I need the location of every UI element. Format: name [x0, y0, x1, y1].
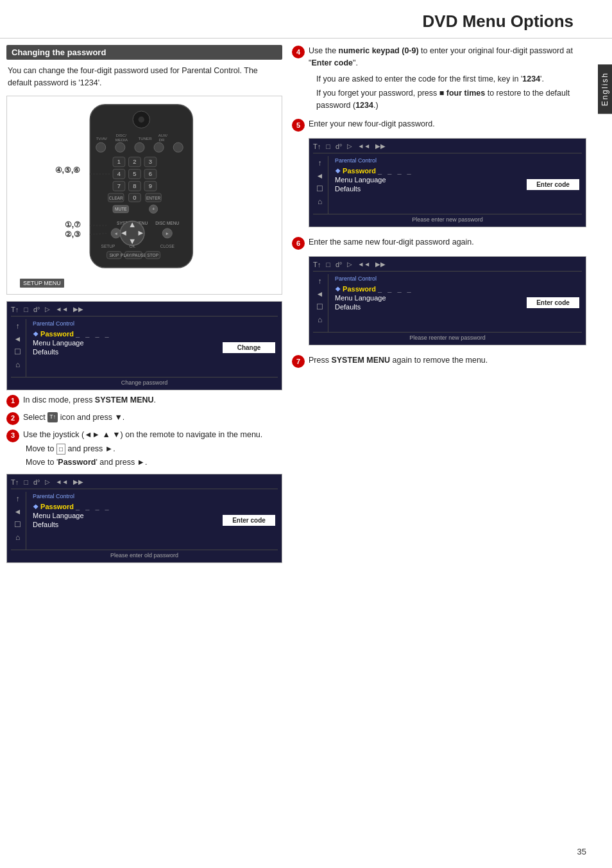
- setup-screen-reenter-password: T↑ □ d° ▷ ◄◄ ▶▶ ↑ ◄ ☐ ⌂ Parental Contro: [309, 256, 586, 345]
- svg-text:OK: OK: [129, 243, 135, 248]
- svg-rect-0: [90, 104, 192, 267]
- svg-text:8: 8: [133, 182, 136, 189]
- step-num-2: 2: [6, 412, 19, 425]
- svg-text:①,⑦: ①,⑦: [65, 220, 81, 229]
- svg-text:④,⑤,⑥: ④,⑤,⑥: [55, 166, 81, 175]
- svg-text:DISC/: DISC/: [116, 132, 127, 137]
- svg-text:SKIP: SKIP: [109, 253, 119, 257]
- step-6-content: Enter the same new four-digit password a…: [309, 236, 586, 248]
- svg-text:5: 5: [133, 169, 136, 177]
- step-num-7: 7: [292, 355, 305, 368]
- svg-text:7: 7: [117, 182, 121, 189]
- step-1: 1 In disc mode, press SYSTEM MENU.: [6, 394, 282, 408]
- svg-point-12: [154, 143, 164, 152]
- svg-text:TUNER: TUNER: [139, 136, 153, 141]
- step-2: 2 Select T↑ icon and press ▼.: [6, 412, 282, 425]
- step-6: 6 Enter the same new four-digit password…: [292, 236, 586, 250]
- svg-text:CLOSE: CLOSE: [160, 243, 175, 248]
- step-4: 4 Use the numeric keypad (0-9) to enter …: [292, 45, 586, 112]
- svg-text:PLAY/PAUSE: PLAY/PAUSE: [121, 253, 147, 257]
- step-3: 3 Use the joystick (◄► ▲ ▼) on the remot…: [6, 429, 282, 470]
- svg-text:2: 2: [133, 158, 136, 165]
- svg-text:6: 6: [149, 169, 152, 177]
- step-1-text: In disc mode, press SYSTEM MENU.: [23, 394, 282, 406]
- step-num-1: 1: [6, 395, 19, 408]
- language-tab: English: [598, 64, 612, 114]
- svg-text:②,③: ②,③: [65, 229, 81, 238]
- svg-point-10: [115, 143, 125, 152]
- svg-text:CLEAR: CLEAR: [109, 195, 123, 200]
- setup-screen-password-entry: T↑ □ d° ▷ ◄◄ ▶▶ ↑ ◄ ☐ ⌂ Parental Contro: [6, 474, 282, 563]
- step-num-3: 3: [6, 430, 19, 442]
- setup-screen-new-password: T↑ □ d° ▷ ◄◄ ▶▶ ↑ ◄ ☐ ⌂ Parental Contro: [309, 138, 586, 227]
- svg-text:DR: DR: [159, 137, 165, 142]
- svg-text:►: ►: [166, 231, 170, 236]
- main-content: Changing the password You can change the…: [0, 39, 612, 573]
- setup-screen-initial: T↑ □ d° ▷ ◄◄ ▶▶ ↑ ◄ ☐ ⌂ Parental Contro: [6, 301, 282, 390]
- svg-text:AUX/: AUX/: [158, 132, 168, 137]
- step-num-6: 6: [292, 237, 305, 250]
- step-3-text: Use the joystick (◄► ▲ ▼) on the remote …: [23, 429, 282, 470]
- svg-point-9: [96, 143, 106, 152]
- svg-text:ENTER: ENTER: [146, 195, 161, 200]
- left-column: Changing the password You can change the…: [6, 45, 282, 567]
- svg-point-13: [173, 143, 183, 152]
- svg-text:◄: ◄: [114, 231, 118, 236]
- svg-text:STOP: STOP: [147, 253, 158, 257]
- step-7: 7 Press SYSTEM MENU again to remove the …: [292, 354, 586, 368]
- right-column: 4 Use the numeric keypad (0-9) to enter …: [292, 45, 602, 567]
- svg-text:9: 9: [149, 182, 152, 189]
- intro-text: You can change the four-digit password u…: [6, 65, 282, 89]
- svg-text:TV/AV: TV/AV: [96, 136, 108, 141]
- svg-text:MEDIA: MEDIA: [115, 137, 128, 142]
- section-heading: Changing the password: [6, 45, 282, 60]
- step-2-text: Select T↑ icon and press ▼.: [23, 412, 282, 424]
- setup-menu-label: SETUP MENU: [20, 279, 64, 288]
- page-header: DVD Menu Options: [0, 0, 612, 39]
- page-title: DVD Menu Options: [423, 12, 574, 31]
- svg-text:SETUP: SETUP: [101, 243, 116, 248]
- svg-text:+: +: [152, 206, 155, 212]
- svg-text:1: 1: [117, 158, 121, 165]
- svg-text:DISC MENU: DISC MENU: [155, 221, 179, 225]
- left-steps: 1 In disc mode, press SYSTEM MENU. 2 Sel…: [6, 394, 282, 470]
- svg-text:MUTE: MUTE: [115, 207, 127, 211]
- step-5: 5 Enter your new four-digit password.: [292, 118, 586, 132]
- svg-text:4: 4: [117, 169, 121, 177]
- page-number: 35: [577, 847, 586, 856]
- svg-point-2: [139, 116, 144, 122]
- step-num-5: 5: [292, 119, 305, 132]
- svg-text:3: 3: [149, 158, 152, 165]
- step-5-content: Enter your new four-digit password.: [309, 118, 586, 130]
- step-num-4: 4: [292, 46, 305, 58]
- step-4-content: Use the numeric keypad (0-9) to enter yo…: [309, 45, 586, 112]
- remote-illustration: TV/AV DISC/ MEDIA TUNER AUX/ DR 1 2 3: [6, 96, 282, 295]
- svg-point-11: [135, 143, 144, 152]
- svg-text:0: 0: [133, 193, 136, 200]
- step-7-content: Press SYSTEM MENU again to remove the me…: [309, 354, 586, 367]
